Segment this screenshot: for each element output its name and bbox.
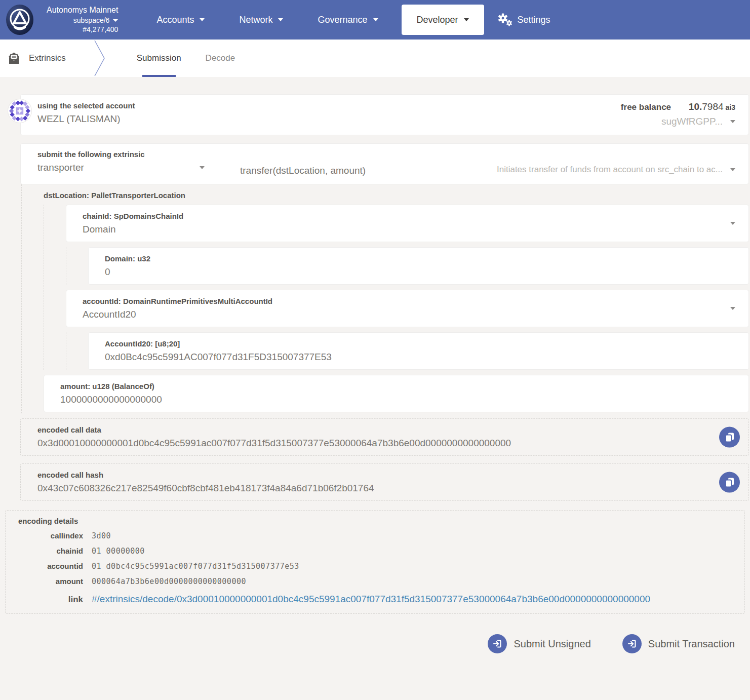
param-amount-input[interactable]: amount: u128 (BalanceOf) 100000000000000… (44, 375, 749, 412)
chainid-value: 01 00000000 (92, 547, 732, 556)
nav-developer-label: Developer (417, 15, 458, 25)
tab-submission[interactable]: Submission (137, 40, 181, 77)
method-description: Initiates transfer of funds from account… (497, 165, 723, 175)
page-content: using the selected account WEZL (TALISMA… (0, 77, 750, 653)
balance-unit: ai3 (726, 103, 735, 111)
nav-governance-label: Governance (318, 15, 367, 25)
account-select[interactable]: using the selected account WEZL (TALISMA… (37, 101, 135, 128)
account-identicon[interactable] (8, 99, 31, 123)
chevron-down-icon (730, 222, 735, 225)
balance-whole: 10. (689, 101, 702, 112)
tab-decode[interactable]: Decode (206, 40, 235, 77)
account-card: using the selected account WEZL (TALISMA… (20, 94, 749, 135)
param-domain-value: 0 (105, 266, 718, 278)
encoded-call-data-value: 0x3d00010000000001d0bc4c95c5991ac007f077… (37, 438, 708, 449)
network-name: Autonomys Mainnet (47, 5, 118, 16)
chain-selector[interactable]: subspace/6 (47, 16, 118, 25)
copy-icon (725, 432, 735, 443)
nav-accounts-label: Accounts (156, 15, 194, 25)
encoding-details-title: encoding details (18, 517, 732, 525)
chevron-separator-icon (94, 40, 105, 76)
encoded-call-data-box: encoded call data 0x3d00010000000001d0bc… (20, 418, 749, 456)
nav-network-label: Network (239, 15, 272, 25)
param-dstlocation-label: dstLocation: PalletTransporterLocation (44, 191, 749, 200)
pallet-name: transporter (37, 162, 84, 173)
param-accountid-label: accountId: DomainRuntimePrimitivesMultiA… (83, 297, 718, 305)
param-accountid-value: AccountId20 (83, 309, 718, 320)
chainid-group: Domain: u32 0 (66, 247, 749, 285)
param-chainid-value: Domain (83, 224, 718, 235)
free-balance-label: free balance (621, 102, 671, 112)
params-tree: dstLocation: PalletTransporterLocation c… (21, 184, 749, 413)
app-header: Autonomys Mainnet subspace/6 #4,277,400 … (0, 0, 750, 40)
extrinsic-select-card: submit the following extrinsic transport… (20, 143, 749, 184)
submit-unsigned-button[interactable]: Submit Unsigned (488, 634, 590, 653)
sign-in-icon (622, 634, 642, 653)
decode-link[interactable]: #/extrinsics/decode/0x3d00010000000001d0… (92, 592, 732, 606)
param-domain-input[interactable]: Domain: u32 0 (88, 247, 749, 285)
method-description-dropdown[interactable]: Initiates transfer of funds from account… (497, 150, 735, 175)
param-domain-label: Domain: u32 (105, 254, 718, 263)
tab-bar: Extrinsics Submission Decode (0, 40, 750, 77)
encoded-call-hash-label: encoded call hash (37, 471, 708, 479)
copy-call-data-button[interactable] (719, 427, 740, 448)
link-label: link (18, 595, 92, 605)
section-title: Extrinsics (29, 53, 66, 63)
accountid-value: 01 d0bc4c95c5991ac007f077d31f5d315007377… (92, 562, 732, 571)
submit-transaction-button[interactable]: Submit Transaction (622, 634, 735, 653)
encoding-row-link: link #/extrinsics/decode/0x3d00010000000… (18, 592, 732, 606)
address-dropdown[interactable]: sugWfRGPP... (621, 116, 735, 127)
submit-transaction-label: Submit Transaction (648, 638, 735, 650)
extrinsic-section-label: submit the following extrinsic (37, 150, 205, 159)
encoding-row-chainid: chainid 01 00000000 (18, 547, 732, 556)
nav-accounts[interactable]: Accounts (139, 0, 222, 40)
account-name: WEZL (TALISMAN) (37, 113, 135, 125)
chevron-down-icon (730, 120, 735, 123)
chainid-label: chainid (18, 547, 92, 555)
chain-name: subspace/6 (73, 16, 110, 25)
encoding-details-box: encoding details callindex 3d00 chainid … (5, 510, 745, 614)
extrinsics-envelope-icon (7, 52, 21, 65)
gear-icon (497, 13, 512, 27)
accountid-group: AccountId20: [u8;20] 0xd0Bc4c95c5991AC00… (66, 332, 749, 370)
address-short: sugWfRGPP... (661, 116, 723, 127)
nav-settings-label: Settings (518, 15, 550, 25)
param-accountid20-input[interactable]: AccountId20: [u8;20] 0xd0Bc4c95c5991AC00… (88, 332, 749, 370)
param-chainid-select[interactable]: chainId: SpDomainsChainId Domain (66, 205, 749, 242)
param-amount-label: amount: u128 (BalanceOf) (60, 382, 718, 391)
submit-unsigned-label: Submit Unsigned (514, 638, 590, 650)
action-bar: Submit Unsigned Submit Transaction (0, 634, 735, 653)
dstlocation-group: chainId: SpDomainsChainId Domain Domain:… (44, 205, 749, 370)
accountid-label: accountid (18, 562, 92, 570)
copy-call-hash-button[interactable] (719, 472, 740, 493)
sign-in-icon (488, 634, 507, 653)
nav-settings[interactable]: Settings (497, 13, 550, 27)
main-nav: Accounts Network Governance Developer (139, 0, 550, 40)
callindex-value: 3d00 (92, 531, 732, 540)
encoding-row-callindex: callindex 3d00 (18, 531, 732, 540)
chevron-down-icon (373, 18, 378, 21)
account-select-label: using the selected account (37, 101, 135, 110)
method-select[interactable]: transfer(dstLocation, amount) (240, 150, 366, 176)
param-accountid20-label: AccountId20: [u8;20] (105, 339, 718, 348)
nav-governance[interactable]: Governance (300, 0, 395, 40)
encoded-call-data-label: encoded call data (37, 425, 708, 434)
amount-value: 000064a7b3b6e00d0000000000000000 (92, 577, 732, 586)
nav-network[interactable]: Network (222, 0, 300, 40)
copy-icon (725, 477, 735, 488)
encoded-call-hash-value: 0x43c07c608326c217e82549f60cbf8cbf481eb4… (37, 483, 708, 494)
encoding-row-accountid: accountid 01 d0bc4c95c5991ac007f077d31f5… (18, 562, 732, 571)
pallet-column: submit the following extrinsic transport… (37, 150, 205, 173)
param-amount-value: 1000000000000000000 (60, 394, 718, 405)
param-accountid-select[interactable]: accountId: DomainRuntimePrimitivesMultiA… (66, 290, 749, 327)
callindex-label: callindex (18, 531, 92, 540)
method-name: transfer(dstLocation, amount) (240, 165, 366, 176)
balance-fraction: 7984 (702, 101, 723, 112)
param-chainid-label: chainId: SpDomainsChainId (83, 212, 718, 220)
balance-block: free balance 10.7984ai3 sugWfRGPP... (621, 101, 735, 128)
amount-label: amount (18, 577, 92, 586)
pallet-select[interactable]: transporter (37, 162, 205, 173)
chevron-down-icon (730, 168, 735, 171)
nav-developer[interactable]: Developer (402, 5, 484, 35)
tab-decode-label: Decode (206, 53, 235, 63)
